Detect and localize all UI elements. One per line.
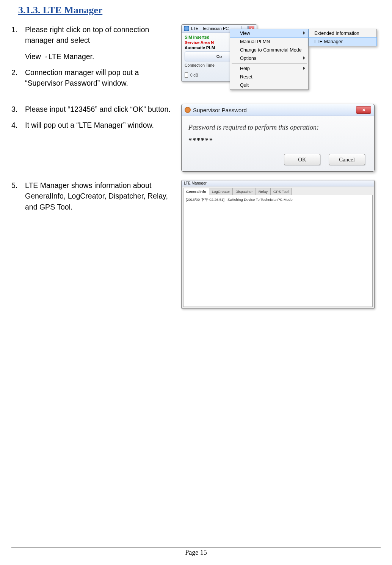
menu-change-mode[interactable]: Change to Commercial Mode [230,46,308,54]
figure-lte-manager: LTE Manager GeneralInfo LogCreator Dispa… [181,180,378,309]
row-1: 1. Please right click on top of connecti… [11,24,381,95]
step-num: 5. [11,180,25,212]
menu-view[interactable]: View [230,29,308,38]
step-text: It will pop out a “LTE Manager” window. [25,120,177,130]
view-submenu: Extended Information LTE Manager [309,29,377,46]
tab-generalinfo[interactable]: GeneralInfo [183,188,209,195]
step-num: 2. [11,67,25,89]
menu-help[interactable]: Help [230,64,308,73]
signal-icon [185,72,188,78]
close-icon[interactable]: ✕ [356,106,371,114]
menu-separator [232,63,307,64]
dialog-message: Password is required to perform this ope… [188,124,367,131]
step-4: 4. It will pop out a “LTE Manager” windo… [11,120,177,130]
signal-value: 0 dB [190,73,198,77]
step-text: Please input “123456” and click “OK” but… [25,104,177,114]
lock-icon [185,107,191,113]
log-entry: [2016/09 下午 02:26:51] Switching Device T… [186,197,370,202]
step-num: 1. [11,24,25,62]
chevron-right-icon [303,56,305,59]
dialog-title: Supervisor Password [193,107,247,113]
cancel-button[interactable]: Cancel [329,154,365,165]
menu-manual-plmn[interactable]: Manual PLMN [230,38,308,46]
chevron-right-icon [303,31,305,34]
tabstrip: GeneralInfo LogCreator Dispatcher Relay … [182,186,374,195]
step-num: 4. [11,120,25,130]
log-message: Switching Device To TechnicianPC Mode [227,197,293,202]
step-3: 3. Please input “123456” and click “OK” … [11,104,177,114]
menu-options[interactable]: Options [230,54,308,63]
step-text: LTE Manager shows information about Gene… [25,180,177,212]
tab-relay[interactable]: Relay [256,188,271,195]
app-icon [184,26,189,31]
submenu-extended-info[interactable]: Extended Information [309,29,376,38]
chevron-right-icon [303,67,305,70]
ltemgr-window: LTE Manager GeneralInfo LogCreator Dispa… [181,180,375,309]
step-text: Connection manager will pop out a “Super… [25,67,177,89]
dialog-titlebar[interactable]: Supervisor Password ✕ [182,104,374,116]
page-footer: Page 15 [11,548,381,557]
step-2: 2. Connection manager will pop out a “Su… [11,67,177,89]
tab-dispatcher[interactable]: Dispatcher [232,188,256,195]
password-dialog: Supervisor Password ✕ Password is requir… [181,104,375,172]
step-num: 3. [11,104,25,114]
context-menu: View Manual PLMN Change to Commercial Mo… [230,29,309,90]
step-subtext: View→LTE Manager. [25,51,177,62]
figure-supervisor-password: Supervisor Password ✕ Password is requir… [181,104,378,172]
step-1: 1. Please right click on top of connecti… [11,24,177,62]
menu-reset[interactable]: Reset [230,73,308,81]
figure-connection-manager: LTE - Technician PC – ✕ SIM inserted Ser… [181,24,378,95]
section-heading: 3.1.3. LTE Manager [18,5,381,16]
step-5: 5. LTE Manager shows information about G… [11,180,177,212]
submenu-lte-manager[interactable]: LTE Manager [309,38,376,46]
log-timestamp: [2016/09 下午 02:26:51] [186,197,224,202]
step-text: Please right click on top of connection … [25,25,149,44]
menu-quit[interactable]: Quit [230,81,308,89]
window-title: LTE - Technician PC [191,26,229,31]
row-3: 5. LTE Manager shows information about G… [11,180,381,309]
tab-gps-tool[interactable]: GPS Tool [270,188,292,195]
window-title[interactable]: LTE Manager [182,180,374,186]
ok-button[interactable]: OK [284,154,320,165]
tab-logcreator[interactable]: LogCreator [209,188,233,195]
row-2: 3. Please input “123456” and click “OK” … [11,104,381,172]
password-field[interactable]: ****** [188,137,367,145]
tab-pane: [2016/09 下午 02:26:51] Switching Device T… [183,195,373,307]
